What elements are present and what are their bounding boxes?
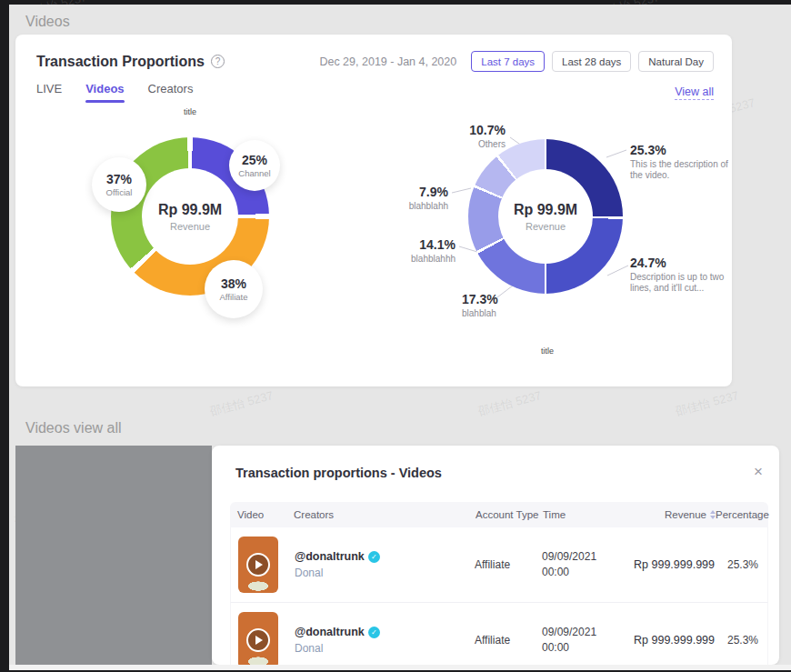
donut-chart-right: Rp 99.9M Revenue 10.7% Others 25.3% This… — [386, 86, 725, 370]
donut-chart-left: title Rp 99.9M Revenue 25% Channel 37% O… — [79, 104, 352, 376]
screen: 邵佳怡 5237 邵佳怡 5237 邵佳怡 5237 邵佳怡 5237 邵佳怡 … — [0, 0, 791, 672]
segment-pct: 25% — [242, 153, 267, 167]
percentage: 25.3% — [715, 558, 767, 571]
section-title-videos: Videos — [25, 14, 70, 30]
dashboard-canvas: 邵佳怡 5237 邵佳怡 5237 邵佳怡 5237 邵佳怡 5237 邵佳怡 … — [9, 5, 791, 665]
watermark: 邵佳怡 5237 — [476, 387, 544, 420]
segment-badge-affiliate: 38% Affiliate — [205, 260, 263, 318]
col-video: Video — [230, 509, 294, 520]
verified-badge-icon: ✓ — [368, 551, 380, 563]
play-icon — [246, 628, 270, 652]
help-icon[interactable]: ? — [211, 55, 225, 68]
table-header: Video Creators Account Type Time Revenue… — [230, 502, 768, 527]
table-row[interactable]: @donaltrunk ✓ Donal Affiliate 09/09/2021… — [230, 527, 768, 603]
watermark: 邵佳怡 5237 — [674, 387, 741, 420]
revenue: Rp 999.999.999 — [634, 558, 715, 571]
chart-title: title — [511, 346, 584, 356]
segment-label-desc2: 24.7% Description is up to two lines, an… — [630, 256, 741, 294]
verified-badge-icon: ✓ — [368, 627, 380, 638]
creator-name[interactable]: Donal — [295, 642, 475, 655]
center-label: Revenue — [526, 221, 566, 232]
tab-live[interactable]: LIVE — [36, 82, 62, 103]
chart-title: title — [163, 107, 217, 116]
date-range-label: Dec 29, 2019 - Jan 4, 2020 — [319, 55, 456, 68]
col-account-type: Account Type — [476, 509, 543, 520]
modal-title: Transaction proportions - Videos — [235, 466, 442, 480]
section-title-videos-view-all: Videos view all — [25, 420, 122, 436]
account-type: Affiliate — [475, 558, 542, 571]
segment-pct: 38% — [221, 276, 246, 291]
last-28-days-button[interactable]: Last 28 days — [552, 51, 631, 72]
segment-pct: 37% — [106, 172, 132, 186]
center-label: Revenue — [170, 221, 210, 232]
account-type: Affiliate — [475, 634, 542, 647]
creator-name[interactable]: Donal — [295, 567, 475, 579]
center-value: Rp 99.9M — [158, 202, 222, 218]
transactions-table: Video Creators Account Type Time Revenue… — [230, 502, 768, 665]
donut-ring-right[interactable]: Rp 99.9M Revenue — [468, 139, 623, 294]
tab-creators[interactable]: Creators — [148, 82, 194, 103]
table-row[interactable]: @donaltrunk ✓ Donal Affiliate 09/09/2021… — [230, 603, 768, 665]
card-title: Transaction Proportions — [36, 54, 205, 70]
segment-badge-channel: 25% Channel — [229, 140, 280, 191]
transaction-proportions-modal: Transaction proportions - Videos × Video… — [212, 446, 779, 665]
segment-label-others: 10.7% Others — [424, 123, 506, 150]
play-icon — [246, 553, 270, 577]
natural-day-button[interactable]: Natural Day — [638, 51, 714, 72]
time: 09/09/2021 00:00 — [542, 625, 624, 656]
time: 09/09/2021 00:00 — [542, 549, 624, 580]
last-7-days-button[interactable]: Last 7 days — [471, 51, 545, 72]
percentage: 25.3% — [715, 634, 767, 647]
center-value: Rp 99.9M — [514, 202, 577, 218]
segment-label-blahblahhh: 14.1% blahblahhh — [392, 237, 456, 265]
segment-label-blahblah: 17.3% blahblah — [462, 292, 535, 319]
transaction-proportions-card: Transaction Proportions ? Dec 29, 2019 -… — [15, 35, 732, 386]
segment-badge-official: 37% Official — [92, 157, 146, 212]
tab-videos[interactable]: Videos — [85, 82, 124, 103]
col-time: Time — [543, 509, 625, 520]
revenue: Rp 999.999.999 — [634, 634, 715, 647]
segment-name: Affiliate — [220, 292, 248, 302]
creator-handle[interactable]: @donaltrunk — [295, 626, 365, 638]
close-icon[interactable]: × — [754, 464, 763, 479]
video-thumbnail[interactable] — [238, 612, 278, 665]
segment-label-desc1: 25.3% This is the description of the vid… — [630, 143, 737, 181]
col-revenue: Revenue — [625, 509, 716, 520]
creator-handle[interactable]: @donaltrunk — [295, 550, 365, 563]
backdrop-placeholder — [15, 446, 212, 665]
scrollbar-track[interactable] — [9, 665, 791, 670]
segment-label-blahblahh: 7.9% blahblahh — [386, 185, 448, 212]
watermark: 邵佳怡 5237 — [208, 387, 275, 420]
segment-name: Official — [106, 187, 133, 197]
video-thumbnail[interactable] — [238, 537, 278, 593]
col-percentage: Percentage — [716, 509, 768, 520]
segment-name: Channel — [238, 168, 270, 178]
col-creators: Creators — [294, 509, 476, 520]
